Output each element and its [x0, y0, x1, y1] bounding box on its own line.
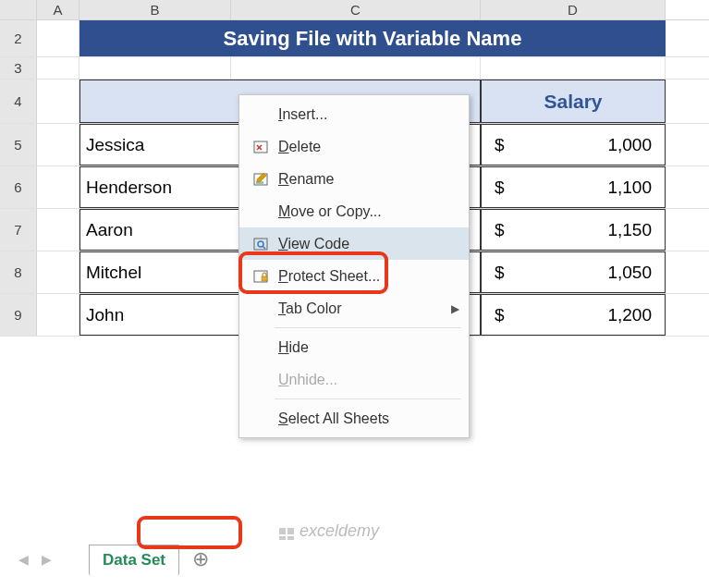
row-header-3[interactable]: 3 — [0, 57, 37, 79]
row-header-6[interactable]: 6 — [0, 166, 37, 208]
svg-rect-11 — [287, 528, 294, 534]
add-sheet-button[interactable]: ⊕ — [192, 547, 209, 571]
menu-delete-label: Delete — [275, 139, 461, 155]
cell-a5[interactable] — [37, 124, 79, 165]
row-header-5[interactable]: 5 — [0, 124, 37, 165]
menu-rename[interactable]: Rename — [239, 163, 469, 195]
watermark-text: exceldemy — [299, 521, 379, 541]
cell-b3[interactable] — [79, 57, 231, 79]
cell-a2[interactable] — [37, 20, 79, 56]
amount-3: 1,050 — [607, 263, 652, 283]
sheet-tab-bar: ◀ ▶ Data Set ⊕ — [0, 540, 709, 579]
row-header-9[interactable]: 9 — [0, 294, 37, 336]
header-salary[interactable]: Salary — [481, 80, 666, 123]
cell-salary-1[interactable]: $ 1,100 — [481, 166, 666, 208]
currency-2: $ — [495, 220, 505, 240]
menu-tab-color[interactable]: Tab Color ▶ — [239, 292, 469, 325]
menu-view-code[interactable]: View Code — [239, 227, 469, 260]
row-header-2[interactable]: 2 — [0, 20, 37, 56]
sheet-context-menu: Insert... Delete Rename Move or Copy... … — [238, 94, 470, 438]
amount-4: 1,200 — [607, 305, 652, 325]
currency-4: $ — [495, 305, 505, 325]
svg-rect-10 — [279, 528, 286, 534]
menu-rename-label: Rename — [275, 171, 461, 188]
menu-hide-label: Hide — [275, 339, 461, 356]
cell-salary-3[interactable]: $ 1,050 — [481, 251, 666, 293]
col-header-c[interactable]: C — [231, 0, 481, 19]
menu-insert[interactable]: Insert... — [239, 98, 469, 130]
menu-tabcolor-label: Tab Color — [275, 300, 461, 317]
menu-hide[interactable]: Hide — [239, 331, 469, 363]
column-headers: A B C D — [0, 0, 709, 20]
cell-a3[interactable] — [37, 57, 79, 79]
cell-a7[interactable] — [37, 209, 79, 251]
currency-0: $ — [495, 135, 505, 155]
select-all-corner[interactable] — [0, 0, 37, 19]
protect-icon — [247, 268, 275, 285]
currency-3: $ — [495, 263, 505, 283]
cell-salary-0[interactable]: $ 1,000 — [481, 124, 666, 165]
row-header-7[interactable]: 7 — [0, 209, 37, 251]
col-header-b[interactable]: B — [79, 0, 231, 19]
svg-line-7 — [263, 246, 265, 249]
menu-unhide: Unhide... — [239, 363, 469, 396]
sheet-tab-active[interactable]: Data Set — [89, 545, 179, 575]
menu-move-label: Move or Copy... — [275, 203, 461, 220]
title-banner[interactable]: Saving File with Variable Name — [79, 20, 666, 56]
cell-a4[interactable] — [37, 80, 79, 123]
view-code-icon — [247, 236, 275, 252]
nav-next-icon[interactable]: ▶ — [42, 552, 52, 567]
chevron-right-icon: ▶ — [451, 302, 459, 315]
rename-icon — [247, 171, 275, 188]
col-header-a[interactable]: A — [37, 0, 79, 19]
currency-1: $ — [495, 178, 505, 198]
menu-separator — [275, 398, 461, 399]
row-header-8[interactable]: 8 — [0, 251, 37, 293]
menu-select-all-sheets[interactable]: Select All Sheets — [239, 402, 469, 435]
menu-delete[interactable]: Delete — [239, 130, 469, 163]
amount-0: 1,000 — [607, 135, 652, 155]
cell-salary-2[interactable]: $ 1,150 — [481, 209, 666, 251]
delete-icon — [247, 139, 275, 155]
cell-c3[interactable] — [231, 57, 481, 79]
amount-2: 1,150 — [607, 220, 652, 240]
menu-protect-label: Protect Sheet... — [275, 268, 461, 285]
cell-a9[interactable] — [37, 294, 79, 336]
nav-prev-icon[interactable]: ◀ — [18, 552, 29, 567]
menu-separator — [275, 327, 461, 328]
cell-d3[interactable] — [481, 57, 666, 79]
menu-move-copy[interactable]: Move or Copy... — [239, 195, 469, 227]
menu-unhide-label: Unhide... — [275, 372, 461, 388]
cell-salary-4[interactable]: $ 1,200 — [481, 294, 666, 336]
menu-protect-sheet[interactable]: Protect Sheet... — [239, 260, 469, 292]
menu-selectall-label: Select All Sheets — [275, 410, 461, 427]
cell-a8[interactable] — [37, 251, 79, 293]
menu-insert-label: Insert... — [275, 106, 461, 123]
col-header-d[interactable]: D — [481, 0, 666, 19]
menu-viewcode-label: View Code — [275, 236, 461, 252]
cell-a6[interactable] — [37, 166, 79, 208]
amount-1: 1,100 — [607, 178, 652, 198]
svg-rect-9 — [262, 276, 267, 281]
row-header-4[interactable]: 4 — [0, 80, 37, 123]
